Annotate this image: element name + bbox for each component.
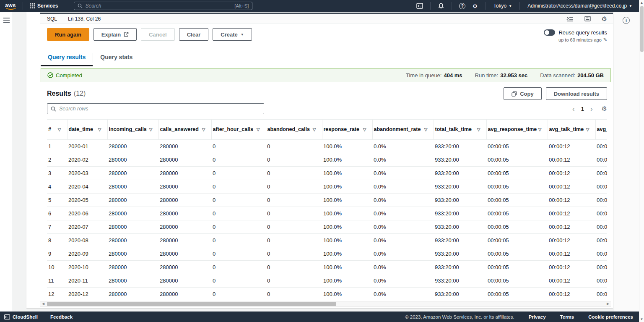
help-icon[interactable]: ? — [456, 0, 469, 12]
search-rows-input[interactable] — [59, 106, 260, 112]
column-header-total-talk-time[interactable]: total_talk_time▽ — [434, 120, 486, 140]
column-filter-icon[interactable]: ▽ — [149, 127, 157, 132]
table-cell: 280000 — [107, 140, 158, 153]
search-rows-box[interactable] — [47, 103, 264, 114]
horizontal-scrollbar[interactable]: ◀ ▶ — [40, 301, 611, 307]
chevron-down-icon: ▼ — [241, 33, 244, 37]
column-filter-icon[interactable]: ▽ — [58, 127, 65, 132]
scroll-left-icon[interactable]: ◀ — [40, 302, 46, 306]
preferences-gear-icon[interactable]: ⚙ — [602, 105, 607, 113]
copy-button[interactable]: Copy — [504, 87, 542, 100]
column-label: abandonment_rate — [374, 126, 421, 133]
privacy-link[interactable]: Privacy — [529, 314, 546, 319]
column-filter-icon[interactable]: ▽ — [202, 127, 210, 132]
column-label: avg_talk_time — [549, 126, 584, 133]
table-cell: 0.0% — [372, 288, 434, 301]
search-input[interactable] — [85, 3, 232, 9]
table-cell: 933:20:00 — [434, 153, 486, 167]
column-header-abandoned-calls[interactable]: abandoned_calls▽ — [266, 120, 322, 140]
next-page-icon[interactable]: › — [590, 105, 593, 113]
table-cell: 10 — [47, 261, 67, 274]
table-cell: 00:00:05 — [486, 153, 548, 167]
edit-pencil-icon[interactable]: ✎ — [603, 37, 607, 42]
scroll-up-icon[interactable]: ▲ — [639, 0, 644, 5]
scroll-right-icon[interactable]: ▶ — [605, 302, 611, 306]
keyboard-shortcuts-icon[interactable] — [584, 16, 591, 21]
scroll-down-icon[interactable]: ▼ — [639, 317, 644, 322]
region-selector[interactable]: Tokyo ▼ — [490, 0, 515, 12]
column-header-avg-talk-time[interactable]: avg_talk_time▽ — [548, 120, 595, 140]
settings-gear-icon[interactable]: ⚙ — [469, 0, 481, 12]
column-header-avg-a[interactable]: avg_a▽ — [595, 120, 607, 140]
table-cell: 933:20:00 — [434, 194, 486, 207]
column-filter-icon[interactable]: ▽ — [424, 127, 432, 132]
column-filter-icon[interactable]: ▽ — [363, 127, 371, 132]
column-filter-icon[interactable]: ▽ — [477, 127, 485, 132]
table-cell: 2020-09 — [67, 247, 107, 261]
column-filter-icon[interactable]: ▽ — [586, 127, 594, 132]
table-cell: 933:20:00 — [434, 234, 486, 247]
create-dropdown-button[interactable]: Create ▼ — [213, 28, 252, 41]
column-header-avg-response-time[interactable]: avg_response_time▽ — [486, 120, 548, 140]
table-cell: 0 — [266, 194, 322, 207]
table-cell: 280000 — [158, 194, 211, 207]
column-header-date-time[interactable]: date_time▽ — [67, 120, 107, 140]
table-row: 42020-0428000028000000100.0%0.0%933:20:0… — [47, 180, 607, 194]
tab-query-stats[interactable]: Query stats — [93, 53, 140, 66]
notifications-bell-icon[interactable] — [435, 0, 447, 12]
aws-logo[interactable]: aws — [4, 2, 18, 10]
table-cell: 0 — [266, 180, 322, 194]
column-filter-icon[interactable]: ▽ — [98, 127, 106, 132]
cancel-button[interactable]: Cancel — [141, 28, 175, 41]
table-cell: 280000 — [158, 234, 211, 247]
table-cell: 0.0% — [372, 261, 434, 274]
terms-link[interactable]: Terms — [560, 314, 574, 319]
table-cell: 2020-06 — [67, 207, 107, 220]
table-cell: 280000 — [158, 153, 211, 167]
table-cell: 100.0% — [322, 261, 372, 274]
table-cell: 0.0% — [372, 167, 434, 180]
column-filter-icon[interactable]: ▽ — [538, 127, 546, 132]
previous-page-icon[interactable]: ‹ — [572, 105, 575, 113]
console-search[interactable]: [Alt+S] — [74, 2, 252, 10]
footer-feedback[interactable]: Feedback — [50, 314, 73, 319]
services-menu[interactable]: Services — [27, 0, 60, 12]
table-cell: 280000 — [158, 140, 211, 153]
explain-button[interactable]: Explain — [93, 28, 137, 41]
page-number[interactable]: 1 — [581, 106, 584, 112]
footer-cloudshell[interactable]: CloudShell — [4, 314, 38, 319]
table-cell: 00:00:05 — [486, 261, 548, 274]
account-menu[interactable]: AdministratorAccess/damar@geekfeed.co.jp… — [524, 0, 636, 12]
info-icon[interactable]: i — [623, 17, 630, 24]
editor-settings-gear-icon[interactable]: ⚙ — [602, 15, 607, 23]
clear-button[interactable]: Clear — [179, 28, 209, 41]
table-row: 82020-0828000028000000100.0%0.0%933:20:0… — [47, 234, 607, 247]
menu-hamburger-icon[interactable] — [3, 18, 10, 23]
column-filter-icon[interactable]: ▽ — [257, 127, 264, 132]
table-row: 112020-1128000028000000100.0%0.0%933:20:… — [47, 274, 607, 288]
scrollbar-thumb[interactable] — [640, 6, 644, 52]
column-header-response-rate[interactable]: response_rate▽ — [322, 120, 372, 140]
cloudshell-icon[interactable] — [413, 0, 426, 12]
results-count: (12) — [74, 90, 86, 97]
table-cell: 280000 — [158, 247, 211, 261]
table-cell: 933:20:00 — [434, 261, 486, 274]
table-cell: 280000 — [107, 220, 158, 234]
column-label: avg_a — [597, 126, 608, 133]
column-header--[interactable]: #▽ — [47, 120, 67, 140]
tab-query-results[interactable]: Query results — [41, 53, 93, 66]
column-header-incoming-calls[interactable]: incoming_calls▽ — [107, 120, 158, 140]
cookie-preferences-link[interactable]: Cookie preferences — [588, 314, 633, 319]
reuse-results-toggle[interactable] — [544, 29, 555, 36]
column-filter-icon[interactable]: ▽ — [313, 127, 320, 132]
column-header-abandonment-rate[interactable]: abandonment_rate▽ — [372, 120, 434, 140]
format-query-icon[interactable] — [566, 16, 574, 21]
run-again-button[interactable]: Run again — [47, 28, 89, 41]
vertical-scrollbar[interactable]: ▲ ▼ — [639, 0, 644, 322]
download-results-button[interactable]: Download results — [546, 87, 607, 100]
column-header-after-hour-calls[interactable]: after_hour_calls▽ — [211, 120, 266, 140]
scrollbar-thumb[interactable] — [47, 302, 336, 306]
table-cell: 00:00:12 — [548, 140, 595, 153]
table-cell: 00:00:12 — [548, 274, 595, 288]
column-header-calls-answered[interactable]: calls_answered▽ — [158, 120, 211, 140]
